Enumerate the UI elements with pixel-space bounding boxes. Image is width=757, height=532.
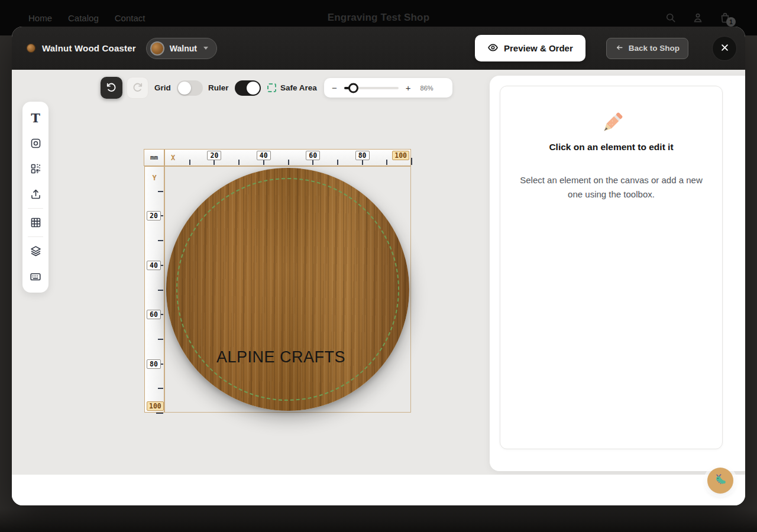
x-ruler-number: 80 — [355, 151, 370, 160]
nav-item-catalog[interactable]: Catalog — [68, 13, 99, 23]
grid-label: Grid — [154, 83, 171, 92]
close-icon — [720, 43, 729, 54]
y-ruler-number: 20 — [147, 211, 161, 220]
toolbox-divider — [28, 208, 43, 209]
text-tool-button[interactable]: T — [22, 105, 48, 131]
preview-order-button[interactable]: Preview & Order — [475, 35, 585, 61]
safe-area-label: Safe Area — [280, 83, 317, 92]
undo-button[interactable] — [101, 77, 122, 99]
safe-area-boundary — [176, 178, 399, 401]
ruler-tick — [158, 191, 163, 192]
image-icon — [30, 137, 42, 150]
arrow-left-icon — [615, 43, 624, 54]
y-axis-label: Y — [152, 174, 156, 182]
inspector-card: Click on an element to edit it Select an… — [500, 86, 723, 449]
engraving-text-element[interactable]: ALPINE CRAFTS — [216, 348, 345, 366]
ruler-tick — [288, 160, 289, 165]
redo-button[interactable] — [127, 77, 148, 99]
grid-toggle[interactable] — [177, 80, 203, 96]
ruler-unit-box: mm — [144, 149, 164, 166]
nav-item-home[interactable]: Home — [28, 13, 52, 23]
bottom-strip — [12, 475, 745, 505]
ruler-tick — [189, 160, 190, 165]
x-ruler-number: 100 — [392, 151, 409, 160]
qr-code-icon — [30, 163, 42, 175]
product-title: Walnut Wood Coaster — [42, 43, 136, 53]
eye-icon — [487, 42, 499, 55]
y-ruler-number: 60 — [147, 310, 161, 319]
grid-icon — [30, 216, 42, 229]
ruler-toggle[interactable] — [235, 80, 261, 96]
layers-tool-button[interactable] — [22, 238, 48, 264]
ruler-unit-label: mm — [150, 154, 158, 161]
ruler-tick — [411, 158, 412, 165]
product-thumb-icon — [27, 44, 35, 53]
caterpillar-icon — [713, 472, 728, 489]
ruler-tick — [158, 339, 163, 340]
ruler-tick — [156, 413, 163, 414]
assistant-fab-button[interactable] — [707, 468, 733, 494]
shop-nav: Home Catalog Contact — [0, 13, 145, 23]
toolbox: T — [22, 102, 48, 293]
ruler-tick — [158, 290, 163, 291]
toggle-knob — [178, 82, 191, 95]
preview-order-label: Preview & Order — [504, 43, 573, 53]
safe-area-icon — [267, 83, 276, 92]
image-tool-button[interactable] — [22, 131, 48, 156]
inspector-subtitle: Select an element on the canvas or add a… — [519, 173, 704, 202]
ruler-tick — [337, 160, 338, 165]
cart-badge: 1 — [726, 17, 736, 27]
qr-code-tool-button[interactable] — [22, 156, 48, 181]
y-ruler-number: 100 — [147, 401, 164, 411]
walnut-swatch-icon — [150, 41, 164, 56]
ruler-tick — [238, 160, 240, 165]
editor-header: Walnut Wood Coaster Walnut Preview & Ord… — [12, 27, 745, 70]
cart-icon[interactable]: 1 — [719, 12, 731, 24]
redo-icon — [132, 82, 143, 95]
x-ruler-number: 60 — [306, 151, 320, 160]
upload-tool-button[interactable] — [22, 181, 48, 207]
zoom-out-button[interactable]: − — [332, 83, 337, 92]
inspector-panel: Click on an element to edit it Select an… — [490, 76, 745, 471]
material-label: Walnut — [170, 44, 197, 53]
zoom-percent: 86% — [420, 85, 434, 92]
ruler-tick — [386, 160, 387, 165]
text-tool-icon: T — [31, 112, 40, 124]
ruler-label: Ruler — [208, 83, 229, 92]
chevron-down-icon — [203, 47, 208, 50]
y-ruler-number: 40 — [147, 261, 161, 270]
editor-modal: Walnut Wood Coaster Walnut Preview & Ord… — [12, 27, 745, 505]
toggle-knob — [247, 82, 260, 95]
pencil-icon — [597, 109, 626, 141]
nav-item-contact[interactable]: Contact — [115, 13, 145, 23]
zoom-slider-handle[interactable] — [348, 83, 358, 93]
zoom-slider[interactable] — [344, 87, 399, 89]
search-icon[interactable] — [665, 12, 677, 24]
safe-area-control[interactable]: Safe Area — [267, 77, 317, 99]
toolbox-divider — [28, 236, 43, 237]
x-ruler-number: 40 — [257, 151, 271, 160]
undo-icon — [106, 82, 117, 95]
upload-icon — [30, 188, 42, 200]
material-selector[interactable]: Walnut — [146, 38, 217, 59]
x-axis-label: X — [171, 154, 175, 162]
shop-title: Engraving Test Shop — [328, 12, 430, 24]
product-grid-tool-button[interactable] — [22, 210, 48, 235]
y-ruler: Y 20406080100 — [144, 166, 164, 413]
back-to-shop-label: Back to Shop — [629, 44, 680, 53]
ruler-tick — [158, 240, 163, 241]
y-ruler-number: 80 — [147, 359, 161, 369]
zoom-control: − + 86% — [324, 78, 452, 98]
layers-icon — [30, 245, 42, 257]
user-icon[interactable] — [692, 12, 704, 24]
keyboard-icon — [29, 270, 42, 283]
x-ruler-number: 20 — [207, 151, 221, 160]
keyboard-shortcuts-button[interactable] — [22, 264, 48, 289]
zoom-in-button[interactable]: + — [406, 83, 411, 92]
inspector-title: Click on an element to edit it — [500, 142, 722, 153]
coaster-canvas[interactable]: ALPINE CRAFTS — [166, 168, 409, 411]
close-button[interactable] — [713, 37, 736, 60]
back-to-shop-button[interactable]: Back to Shop — [606, 38, 688, 59]
ruler-tick — [158, 388, 163, 389]
x-ruler: X 20406080100 — [164, 149, 411, 166]
